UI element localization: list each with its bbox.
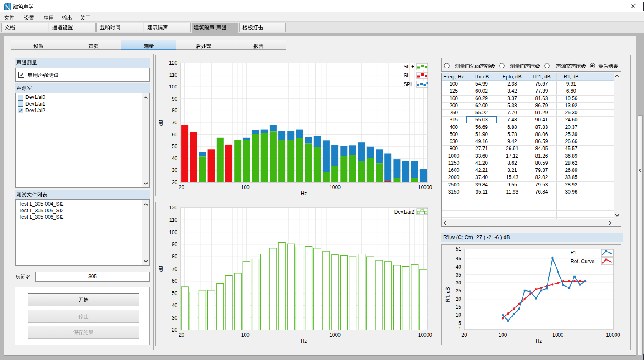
- svg-text:20: 20: [456, 296, 462, 302]
- svg-text:10000: 10000: [418, 332, 432, 338]
- svg-text:20: 20: [179, 332, 184, 338]
- svg-text:10: 10: [456, 312, 462, 318]
- svg-text:30: 30: [172, 167, 178, 173]
- svg-text:70: 70: [172, 120, 178, 126]
- svg-text:Hz: Hz: [301, 191, 307, 196]
- svg-text:110: 110: [169, 217, 177, 223]
- svg-text:100: 100: [169, 229, 177, 235]
- svg-text:10000: 10000: [606, 332, 620, 338]
- svg-text:15: 15: [456, 304, 462, 310]
- svg-text:30: 30: [456, 280, 462, 286]
- svg-text:5: 5: [458, 320, 461, 326]
- svg-text:120: 120: [169, 60, 177, 66]
- svg-text:R'I: R'I: [571, 250, 576, 256]
- svg-text:dB: dB: [158, 120, 164, 126]
- svg-text:Hz: Hz: [536, 338, 542, 344]
- svg-text:40: 40: [456, 264, 462, 270]
- svg-text:Ref. Curve: Ref. Curve: [571, 259, 595, 264]
- svg-text:120: 120: [169, 205, 177, 211]
- svg-text:R'I, dB: R'I, dB: [445, 287, 451, 302]
- svg-text:25: 25: [456, 288, 462, 294]
- svg-text:70: 70: [172, 266, 178, 272]
- svg-text:60: 60: [172, 132, 178, 138]
- svg-text:20: 20: [461, 332, 467, 338]
- svg-text:40: 40: [172, 156, 178, 161]
- svg-text:20: 20: [172, 327, 178, 333]
- svg-text:SPL: SPL: [404, 81, 413, 87]
- svg-text:80: 80: [172, 254, 178, 259]
- svg-text:10000: 10000: [418, 184, 432, 190]
- svg-text:20: 20: [172, 179, 178, 185]
- svg-text:1000: 1000: [329, 184, 341, 190]
- svg-text:110: 110: [169, 72, 177, 78]
- svg-text:SIL -: SIL -: [404, 73, 414, 78]
- svg-text:100: 100: [169, 84, 177, 90]
- svg-text:40: 40: [172, 302, 178, 308]
- svg-text:45: 45: [456, 256, 462, 262]
- svg-text:SIL+: SIL+: [404, 64, 414, 70]
- svg-text:51: 51: [456, 246, 462, 252]
- svg-text:1000: 1000: [329, 332, 341, 338]
- svg-text:30: 30: [172, 315, 178, 321]
- svg-text:Hz: Hz: [301, 338, 307, 344]
- svg-text:100: 100: [241, 332, 250, 338]
- svg-text:50: 50: [172, 143, 178, 149]
- svg-text:dB: dB: [158, 266, 164, 272]
- svg-text:1: 1: [458, 327, 461, 332]
- svg-text:Dev1/ai2: Dev1/ai2: [394, 209, 414, 215]
- svg-text:50: 50: [172, 290, 178, 296]
- svg-text:80: 80: [172, 108, 178, 113]
- svg-text:100: 100: [241, 184, 250, 190]
- svg-text:35: 35: [456, 272, 462, 278]
- svg-text:100: 100: [498, 332, 507, 338]
- svg-text:20: 20: [179, 184, 184, 190]
- svg-text:90: 90: [172, 242, 178, 247]
- svg-text:1000: 1000: [552, 332, 563, 338]
- svg-text:60: 60: [172, 278, 178, 284]
- svg-text:90: 90: [172, 96, 178, 102]
